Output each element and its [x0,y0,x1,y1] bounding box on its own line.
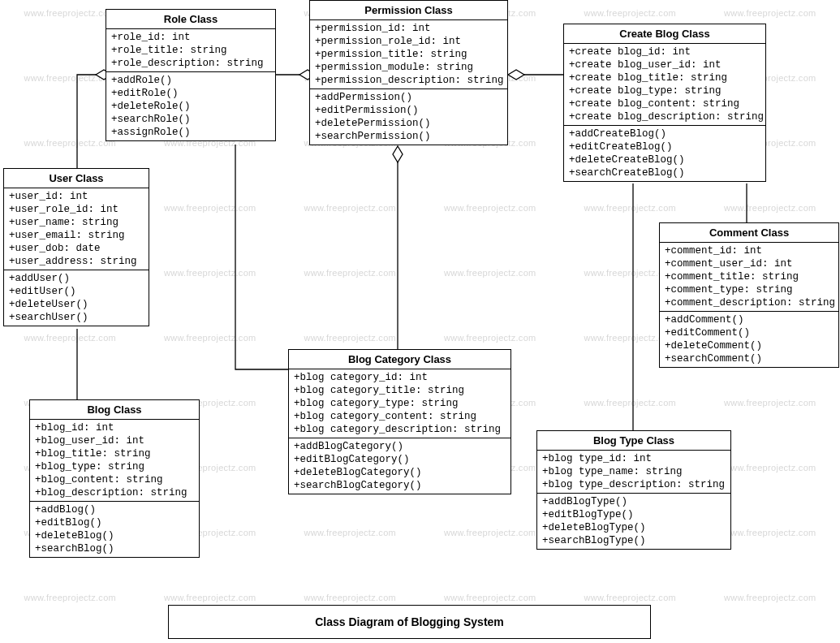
operation-line: +searchComment() [665,352,834,365]
operation-line: +deleteUser() [9,298,144,311]
attribute-line: +blog type_id: int [542,452,726,465]
class-title: Create Blog Class [564,24,765,44]
class-blog_type: Blog Type Class+blog type_id: int+blog t… [536,430,731,550]
attribute-line: +permission_id: int [315,22,502,35]
attribute-line: +create blog_description: string [569,110,760,123]
class-operations: +addPermission()+editPermission()+delete… [310,89,507,145]
attribute-line: +blog_content: string [35,473,194,486]
class-title: Blog Type Class [537,431,730,451]
attribute-line: +create blog_user_id: int [569,58,760,71]
class-blog_category: Blog Category Class+blog category_id: in… [288,349,511,494]
operation-line: +editRole() [111,87,270,100]
attribute-line: +role_description: string [111,57,270,70]
operation-line: +searchPermission() [315,130,502,143]
operation-line: +editPermission() [315,104,502,117]
class-title: User Class [4,169,149,188]
operation-line: +editComment() [665,326,834,339]
attribute-line: +blog type_description: string [542,478,726,491]
operation-line: +searchRole() [111,113,270,126]
attribute-line: +permission_description: string [315,74,502,87]
class-operations: +addBlogType()+editBlogType()+deleteBlog… [537,494,730,549]
class-title: Role Class [106,10,275,29]
operation-line: +addRole() [111,74,270,87]
operation-line: +deleteRole() [111,100,270,113]
attribute-line: +user_name: string [9,216,144,229]
attribute-line: +create blog_type: string [569,84,760,97]
operation-line: +searchBlogType() [542,534,726,547]
class-create_blog: Create Blog Class+create blog_id: int+cr… [563,24,766,182]
attribute-line: +blog_id: int [35,421,194,434]
attribute-line: +role_title: string [111,44,270,57]
operation-line: +deleteCreateBlog() [569,153,760,166]
attribute-line: +permission_module: string [315,61,502,74]
attribute-line: +create blog_content: string [569,97,760,110]
attribute-line: +blog_user_id: int [35,434,194,447]
operation-line: +searchCreateBlog() [569,166,760,179]
class-operations: +addComment()+editComment()+deleteCommen… [660,312,838,367]
class-operations: +addBlog()+editBlog()+deleteBlog()+searc… [30,502,199,557]
attribute-line: +create blog_title: string [569,71,760,84]
attribute-line: +blog type_name: string [542,465,726,478]
attribute-line: +blog category_title: string [294,384,506,397]
operation-line: +editUser() [9,285,144,298]
class-operations: +addBlogCategory()+editBlogCategory()+de… [289,438,510,494]
class-attributes: +blog_id: int+blog_user_id: int+blog_tit… [30,420,199,502]
attribute-line: +blog_title: string [35,447,194,460]
class-operations: +addUser()+editUser()+deleteUser()+searc… [4,270,149,326]
attribute-line: +comment_type: string [665,283,834,296]
operation-line: +editCreateBlog() [569,140,760,153]
operation-line: +deleteComment() [665,339,834,352]
class-title: Permission Class [310,1,507,20]
operation-line: +deleteBlog() [35,529,194,542]
operation-line: +searchBlog() [35,542,194,555]
attribute-line: +comment_id: int [665,244,834,257]
operation-line: +addComment() [665,313,834,326]
class-attributes: +role_id: int+role_title: string+role_de… [106,29,275,72]
operation-line: +deleteBlogType() [542,521,726,534]
attribute-line: +comment_title: string [665,270,834,283]
operation-line: +addPermission() [315,91,502,104]
operation-line: +editBlog() [35,516,194,529]
class-comment: Comment Class+comment_id: int+comment_us… [659,222,839,368]
class-attributes: +permission_id: int+permission_role_id: … [310,20,507,89]
class-operations: +addCreateBlog()+editCreateBlog()+delete… [564,126,765,181]
attribute-line: +user_address: string [9,255,144,268]
operation-line: +assignRole() [111,126,270,139]
class-title: Blog Class [30,400,199,420]
attribute-line: +user_id: int [9,190,144,203]
class-attributes: +create blog_id: int+create blog_user_id… [564,44,765,126]
operation-line: +deleteBlogCategory() [294,466,506,479]
attribute-line: +blog category_id: int [294,371,506,384]
attribute-line: +comment_user_id: int [665,257,834,270]
operation-line: +addBlogCategory() [294,440,506,453]
operation-line: +deletePermission() [315,117,502,130]
operation-line: +searchBlogCategory() [294,479,506,492]
attribute-line: +blog category_content: string [294,410,506,423]
attribute-line: +create blog_id: int [569,45,760,58]
operation-line: +addCreateBlog() [569,127,760,140]
class-attributes: +user_id: int+user_role_id: int+user_nam… [4,188,149,270]
attribute-line: +user_email: string [9,229,144,242]
class-title: Comment Class [660,223,838,243]
diagram-canvas: Role Class+role_id: int+role_title: stri… [0,0,840,643]
class-title: Blog Category Class [289,350,510,369]
attribute-line: +blog category_description: string [294,423,506,436]
operation-line: +addBlogType() [542,495,726,508]
class-attributes: +comment_id: int+comment_user_id: int+co… [660,243,838,312]
operation-line: +searchUser() [9,311,144,324]
operation-line: +addBlog() [35,503,194,516]
attribute-line: +permission_title: string [315,48,502,61]
class-attributes: +blog category_id: int+blog category_tit… [289,369,510,438]
class-user: User Class+user_id: int+user_role_id: in… [3,168,149,326]
attribute-line: +role_id: int [111,31,270,44]
operation-line: +editBlogCategory() [294,453,506,466]
class-operations: +addRole()+editRole()+deleteRole()+searc… [106,72,275,140]
attribute-line: +permission_role_id: int [315,35,502,48]
operation-line: +editBlogType() [542,508,726,521]
attribute-line: +blog_type: string [35,460,194,473]
operation-line: +addUser() [9,272,144,285]
class-permission: Permission Class+permission_id: int+perm… [309,0,508,145]
class-role: Role Class+role_id: int+role_title: stri… [106,9,276,141]
attribute-line: +comment_description: string [665,296,834,309]
class-blog: Blog Class+blog_id: int+blog_user_id: in… [29,399,200,558]
